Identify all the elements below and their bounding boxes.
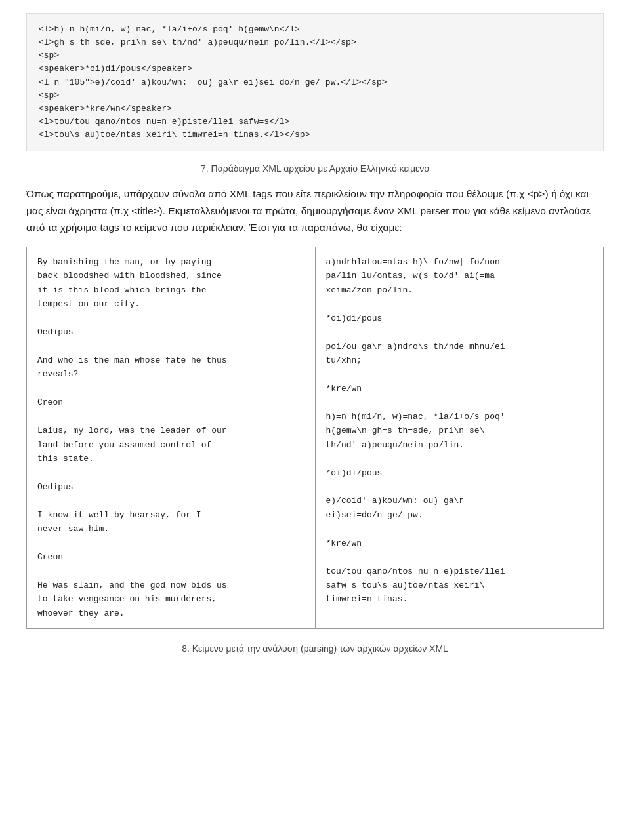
parallel-text-table: By banishing the man, or by payingback b…: [26, 247, 604, 629]
table-left-col: By banishing the man, or by payingback b…: [27, 247, 316, 628]
caption-7: 7. Παράδειγμα XML αρχείου με Αρχαίο Ελλη…: [26, 163, 604, 174]
caption-8: 8. Κείμενο μετά την ανάλυση (parsing) τω…: [26, 643, 604, 654]
code-block-top: <l>h)=n h(mi/n, w)=nac, *la/i+o/s poq' h…: [26, 13, 604, 151]
greek-paragraph: Όπως παρατηρούμε, υπάρχουν σύνολα από XM…: [26, 186, 604, 236]
table-right-col: a)ndrhlatou=ntas h)\ fo/nw| fo/nonpa/lin…: [315, 247, 604, 628]
